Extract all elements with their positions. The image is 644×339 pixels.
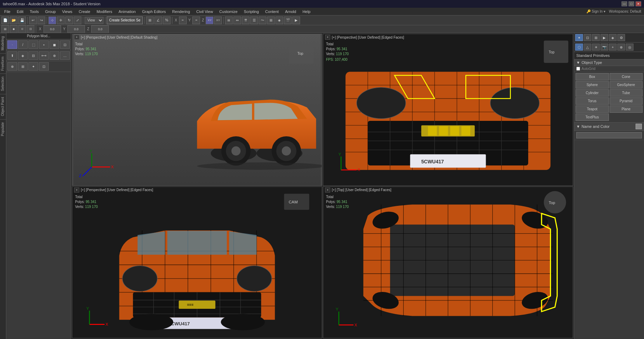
mod-icon-vertex[interactable]: · [7, 40, 17, 49]
teapot-button[interactable]: Teapot [576, 105, 609, 113]
tube-button[interactable]: Tube [610, 89, 643, 97]
rp-modify-icon[interactable]: ⊡ [584, 34, 591, 41]
ribbon-toggle[interactable]: ▤ [1, 25, 9, 33]
coord-y-field[interactable]: 0.0 [67, 25, 85, 33]
sidebar-tab-modeling[interactable]: Modeling [0, 33, 6, 53]
xy2-icon[interactable]: XY [214, 17, 222, 24]
cylinder-button[interactable]: Cylinder [576, 89, 609, 97]
percent-snap[interactable]: % [163, 17, 171, 24]
rp-utilities-icon[interactable]: ⚙ [617, 34, 625, 41]
mod-icon-bridge[interactable]: ⟷ [39, 51, 49, 60]
name-and-color-header[interactable]: ▼ Name and Color [574, 123, 644, 131]
menu-content[interactable]: Content [263, 9, 282, 14]
create-selection-button[interactable]: Create Selection Se [107, 17, 143, 24]
coord-z-field[interactable]: 0.0 [91, 25, 109, 33]
sidebar-tab-populate[interactable]: Populate [0, 119, 6, 139]
rp-helpers-icon[interactable]: + [609, 44, 617, 51]
viewport-bottom-left[interactable]: + [+] [Perspective] [User Defined] [Edge… [72, 187, 322, 339]
mod-icon-bevel[interactable]: ◈ [18, 51, 28, 60]
plane-button[interactable]: Plane [610, 105, 643, 113]
menu-create[interactable]: Create [76, 9, 93, 14]
mod-icon-inset[interactable]: ⊟ [28, 51, 38, 60]
sidebar-tab-object-paint[interactable]: Object Paint [0, 94, 6, 119]
mod-icon-element[interactable]: ◼ [49, 40, 59, 49]
menu-rendering[interactable]: Rendering [170, 9, 193, 14]
open-button[interactable]: 📂 [10, 17, 18, 24]
vp-br-header[interactable]: + [+] [Top] [User Defined] [Edged Faces] [323, 187, 573, 193]
rp-create-icon[interactable]: ✦ [575, 34, 583, 41]
key-button[interactable]: ◆ [10, 25, 18, 33]
menu-tools[interactable]: Tools [27, 9, 42, 14]
redo-button[interactable]: ↪ [38, 17, 45, 24]
menu-modifiers[interactable]: Modifiers [94, 9, 115, 14]
named-sel-sets[interactable]: ▤ [225, 17, 233, 24]
rp-hierarchy-icon[interactable]: ⊞ [592, 34, 600, 41]
auto-key[interactable]: ⊙ [18, 25, 26, 33]
menu-civil-view[interactable]: Civil View [193, 9, 215, 14]
geosphere-button[interactable]: GeoSphere [610, 81, 643, 89]
menu-edit[interactable]: Edit [14, 9, 26, 14]
menu-scripting[interactable]: Scripting [241, 9, 262, 14]
mod-icon-connect[interactable]: ⊕ [49, 51, 59, 60]
select-button[interactable]: ⊹ [48, 17, 56, 24]
vp-tr-corner[interactable]: + [325, 35, 330, 40]
mod-icon-extrude[interactable]: ⬆ [7, 51, 17, 60]
angle-snap[interactable]: ∠ [154, 17, 162, 24]
vp-bl-header[interactable]: + [+] [Perspective] [User Defined] [Edge… [72, 187, 322, 193]
mod-icon-more[interactable]: … [60, 51, 70, 60]
torus-button[interactable]: Torus [576, 97, 609, 105]
menu-graph-editors[interactable]: Graph Editors [139, 9, 169, 14]
close-button[interactable]: ✕ [636, 1, 641, 6]
move-button[interactable]: ✛ [57, 17, 65, 24]
sidebar-tab-selection[interactable]: Selection [0, 73, 6, 94]
textplus-button[interactable]: TextPlus [576, 113, 609, 121]
name-color-swatch[interactable] [636, 124, 642, 129]
reference-coord-dropdown[interactable]: View World Local [85, 17, 104, 24]
scale-button[interactable]: ⤢ [74, 17, 81, 24]
object-type-header[interactable]: ▼ Object Type [574, 59, 644, 66]
save-button[interactable]: 💾 [18, 17, 26, 24]
rp-display-icon[interactable]: ◈ [609, 34, 617, 41]
render-button[interactable]: ▶ [292, 17, 300, 24]
menu-group[interactable]: Group [42, 9, 59, 14]
curve-editor[interactable]: 〜 [259, 17, 266, 24]
schematic-view[interactable]: ⊞ [267, 17, 275, 24]
rp-shapes-icon[interactable]: △ [584, 44, 591, 51]
mod-icon-select1[interactable]: ⊡ [60, 40, 70, 49]
sign-in[interactable]: 🔑 Sign In ▾ [585, 9, 607, 13]
maximize-button[interactable]: □ [629, 1, 634, 6]
cone-button[interactable]: Cone [610, 73, 643, 80]
viewport-bottom-right[interactable]: + [+] [Top] [User Defined] [Edged Faces]… [323, 187, 573, 339]
viewport-top-left[interactable]: + [+] [Perspective] [User Defined] [Defa… [72, 34, 322, 186]
vp-tr-header[interactable]: + [+] [Perspective] [User Defined] [Edge… [323, 34, 573, 40]
mod-icon-polygon[interactable]: ▪ [39, 40, 49, 49]
material-editor[interactable]: ◈ [275, 17, 283, 24]
pyramid-button[interactable]: Pyramid [610, 97, 643, 105]
viewport-top-right[interactable]: + [+] [Perspective] [User Defined] [Edge… [323, 34, 573, 186]
vp-br-corner[interactable]: + [325, 188, 330, 193]
align-button[interactable]: ⇈ [242, 17, 250, 24]
mod-icon-a3[interactable]: ✦ [28, 62, 38, 71]
mod-icon-a2[interactable]: ⊞ [18, 62, 28, 71]
layer-manager[interactable]: ☰ [250, 17, 258, 24]
rp-cameras-icon[interactable]: 📷 [600, 44, 608, 51]
minimize-button[interactable]: — [622, 1, 627, 6]
menu-help[interactable]: Help [300, 9, 313, 14]
menu-arnold[interactable]: Arnold [282, 9, 299, 14]
rp-spacewarps-icon[interactable]: ⊕ [617, 44, 625, 51]
undo-button[interactable]: ↩ [29, 17, 37, 24]
new-button[interactable]: 📄 [1, 17, 9, 24]
menu-file[interactable]: File [1, 9, 13, 14]
snap-toggle[interactable]: ⊞ [146, 17, 154, 24]
menu-animation[interactable]: Animation [116, 9, 139, 14]
rp-motion-icon[interactable]: ▶ [600, 34, 608, 41]
render-setup[interactable]: 🎬 [284, 17, 292, 24]
set-key[interactable]: ⊡ [27, 25, 34, 33]
rp-geometry-icon[interactable]: ⬡ [575, 44, 583, 51]
mod-icon-a4[interactable]: ⊡ [39, 62, 49, 71]
window-controls[interactable]: — □ ✕ [622, 1, 641, 6]
sphere-button[interactable]: Sphere [576, 81, 609, 89]
object-name-input[interactable] [576, 132, 642, 138]
mod-icon-a1[interactable]: ⊕ [7, 62, 17, 71]
rp-lights-icon[interactable]: ☀ [592, 44, 600, 51]
